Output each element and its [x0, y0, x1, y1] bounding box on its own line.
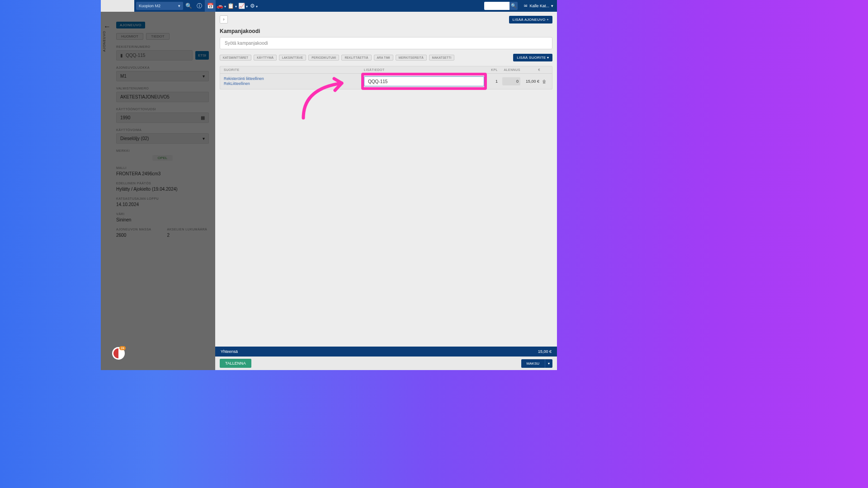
- flag-icon: ▮: [120, 53, 123, 58]
- merkki-value: OPEL: [152, 155, 173, 161]
- massa-value: 2600: [116, 233, 158, 238]
- location-value: Kuopion M2: [139, 4, 160, 8]
- calendar-icon[interactable]: 📅: [205, 0, 216, 12]
- lbl-edellinen: EDELLINEN PÄÄTÖS: [116, 182, 209, 185]
- total-bar: Yhteensä 15,00 €: [215, 347, 557, 357]
- user-name: Kalle Kat...: [529, 4, 549, 8]
- location-select[interactable]: Kuopion M2 ▾: [136, 2, 183, 10]
- lbl-vari: VÄRI: [116, 212, 209, 216]
- gear-icon[interactable]: ⚙: [248, 3, 259, 9]
- header-search-input[interactable]: [484, 2, 509, 10]
- car-icon[interactable]: 🚗: [216, 3, 226, 9]
- active-tab-pill[interactable]: AJONEUVO: [116, 22, 145, 28]
- vari-value: Sininen: [116, 217, 209, 222]
- main-panel: › LISÄÄ AJONEUVO + Kampanjakoodi Syötä k…: [215, 12, 557, 370]
- mail-icon: ✉: [524, 4, 528, 8]
- campaign-code-input[interactable]: Syötä kampanjakoodi: [220, 37, 552, 49]
- total-label: Yhteensä: [221, 349, 238, 354]
- col-suorite: SUORITE: [224, 68, 364, 71]
- chevron-down-icon: ▾: [178, 4, 180, 8]
- delete-row-icon[interactable]: 🗑: [540, 79, 548, 84]
- table-row: Rekisteröinti liitteellinen RekLiitteell…: [220, 74, 552, 89]
- field-valmistenumero[interactable]: AKETESTIAJONEUVO5: [116, 92, 209, 102]
- collapse-sidebar-button[interactable]: ›: [220, 15, 228, 23]
- malli-value: FRONTERA 2496cm3: [116, 171, 209, 176]
- pay-caret-button[interactable]: ▾: [545, 359, 552, 368]
- vehicle-sidebar: ← AJONEUVO AJONEUVO HUOMIOT TIEDOT REKIS…: [101, 12, 215, 370]
- edellinen-value: Hylätty / Ajokielto (19.04.2024): [116, 187, 209, 192]
- chart-icon[interactable]: 📈: [237, 3, 248, 9]
- total-value: 15,00 €: [538, 349, 552, 354]
- lbl-malli: MALLI: [116, 166, 209, 169]
- tag-2[interactable]: LAKSINTTÄVE: [279, 55, 306, 61]
- lbl-valmistenumero: VALMISTENUMERO: [116, 87, 209, 90]
- row-desc1: Rekisteröinti liitteellinen: [224, 76, 364, 81]
- row-price: 15,00 €: [520, 79, 540, 84]
- akselit-value: 2: [167, 233, 209, 238]
- pay-button[interactable]: MAKSU: [521, 359, 545, 368]
- back-icon[interactable]: ←: [104, 23, 111, 31]
- reg-input[interactable]: ▮ QQQ-115: [116, 50, 193, 61]
- add-item-button[interactable]: LISÄÄ SUORITE: [513, 54, 552, 61]
- field-ajoneuvoluokka[interactable]: M1▾: [116, 71, 209, 81]
- chevron-down-icon: ▾: [551, 4, 553, 8]
- logo: [101, 0, 134, 12]
- chevron-down-icon: ▾: [203, 136, 205, 141]
- user-menu[interactable]: ✉ Kalle Kat... ▾: [524, 4, 553, 8]
- alennus-input[interactable]: [502, 77, 520, 85]
- row-desc2: RekLiitteellinen: [224, 81, 364, 86]
- lbl-akselit: AKSELIEN LUKUMÄÄRÄ: [167, 228, 209, 231]
- lbl-massa: AJONEUVON MASSA: [116, 228, 158, 231]
- tag-7[interactable]: MAKATSETTI: [429, 55, 454, 61]
- tag-0[interactable]: KATSMINTTÄRET: [220, 55, 251, 61]
- tag-5[interactable]: ARA TIMI: [374, 55, 393, 61]
- tab-huomiot[interactable]: HUOMIOT: [116, 33, 143, 40]
- col-lisatiedot: LISÄTIEDOT: [364, 68, 484, 71]
- tag-4[interactable]: REKLITTÄETTIÄ: [341, 55, 371, 61]
- lisatiedot-input[interactable]: [364, 76, 484, 86]
- lbl-kayttovoima: KÄYTTÖVOIMA: [116, 128, 209, 131]
- col-kpl: KPL: [484, 68, 498, 71]
- field-kayttoonottovuosi[interactable]: 1990▦: [116, 113, 209, 123]
- search-icon[interactable]: 🔍: [183, 3, 194, 9]
- save-button[interactable]: TALLENNA: [220, 359, 251, 368]
- kpl-input[interactable]: [486, 77, 498, 85]
- col-eur: €: [520, 68, 540, 71]
- add-vehicle-button[interactable]: LISÄÄ AJONEUVO +: [509, 16, 552, 23]
- reg-value: QQQ-115: [126, 53, 145, 58]
- clipboard-icon[interactable]: 📋: [226, 3, 237, 9]
- calendar-icon: ▦: [201, 115, 205, 120]
- tag-6[interactable]: MERKITSEREITÄ: [396, 55, 427, 61]
- reg-label: REKISTERINUMERO: [116, 45, 209, 48]
- reg-search-button[interactable]: ETSI: [195, 51, 209, 60]
- notification-badge[interactable]: [112, 347, 125, 360]
- field-kayttovoima[interactable]: Dieselöljy (02)▾: [116, 133, 209, 144]
- tag-1[interactable]: KÄYTTYMÄ: [254, 55, 277, 61]
- lbl-merkki: MERKKI: [116, 149, 209, 152]
- category-tags: KATSMINTTÄRET KÄYTTYMÄ LAKSINTTÄVE PERIO…: [220, 54, 552, 61]
- header-search-button[interactable]: 🔍: [509, 2, 518, 10]
- items-table: SUORITE LISÄTIEDOT KPL ALENNUS € Rekiste…: [220, 66, 552, 89]
- page-title: Kampanjakoodi: [215, 23, 557, 37]
- app-header: Kuopion M2 ▾ 🔍 ⓘ 📅 🚗 📋 📈 ⚙ 🔍 ✉ Kalle Kat…: [101, 0, 557, 12]
- vertical-label: AJONEUVO: [103, 31, 106, 52]
- katsastus-value: 14.10.2024: [116, 202, 209, 207]
- tab-tiedot[interactable]: TIEDOT: [146, 33, 169, 40]
- tag-3[interactable]: PERIODIKUTUMI: [308, 55, 339, 61]
- lbl-ajoneuvoluokka: AJONEUVOLUOKKA: [116, 66, 209, 69]
- col-alennus: ALENNUS: [498, 68, 520, 71]
- lbl-kayttoonottovuosi: KÄYTTÖÖNOTTOVUOSI: [116, 108, 209, 111]
- info-icon[interactable]: ⓘ: [194, 2, 205, 10]
- chevron-down-icon: ▾: [203, 74, 205, 79]
- action-bar: TALLENNA MAKSU ▾: [215, 357, 557, 370]
- lbl-katsastus: KATSASTUSAJAN LOPPU: [116, 197, 209, 200]
